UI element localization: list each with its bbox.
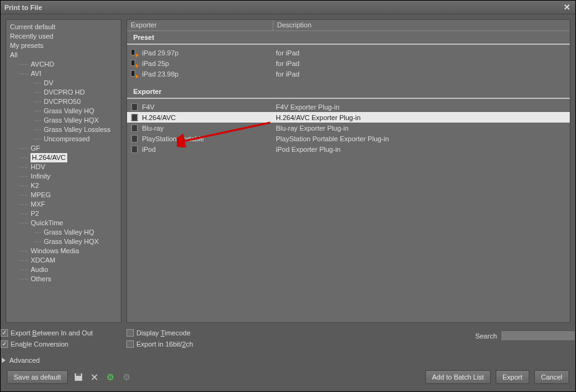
print-to-file-dialog: Print to File ✕ Current default Recently… bbox=[0, 0, 576, 392]
film-icon bbox=[130, 124, 139, 133]
checkbox-icon bbox=[126, 329, 134, 337]
tree-item-qt-gv-hqx[interactable]: ····Grass Valley HQX bbox=[10, 237, 121, 246]
cancel-button[interactable]: Cancel bbox=[534, 370, 569, 384]
tree-item-dvcpro-hd[interactable]: ····DVCPRO HD bbox=[10, 88, 121, 97]
checkbox-icon bbox=[126, 340, 134, 348]
table-row[interactable]: F4VF4V Exporter Plug-in bbox=[127, 101, 570, 112]
tree-item-quicktime[interactable]: ·····QuickTime bbox=[10, 218, 121, 228]
tree-item-gv-lossless[interactable]: ····Grass Valley Lossless bbox=[10, 125, 121, 134]
settings-disabled-icon[interactable]: ⚙ bbox=[121, 371, 133, 383]
enable-conversion-checkbox[interactable]: Enable Conversion bbox=[1, 340, 121, 348]
tree-item-mxf[interactable]: ·····MXF bbox=[10, 200, 121, 209]
preset-icon bbox=[130, 49, 139, 57]
tree-item-dvcpro50[interactable]: ····DVCPRO50 bbox=[10, 97, 121, 106]
chevron-right-icon bbox=[2, 358, 6, 363]
film-icon bbox=[130, 103, 139, 111]
search-label: Search bbox=[475, 332, 497, 340]
chk-label: Display Timecode bbox=[136, 329, 191, 337]
preset-icon bbox=[130, 59, 139, 68]
tree-item-gv-hq[interactable]: ····Grass Valley HQ bbox=[10, 106, 121, 116]
tree-item-uncompressed[interactable]: ····Uncompressed bbox=[10, 134, 121, 144]
tree-item-gf[interactable]: ·····GF bbox=[10, 144, 121, 153]
table-row[interactable]: PlayStation PortablePlayStation Portable… bbox=[127, 133, 570, 144]
col-description[interactable]: Description bbox=[273, 20, 570, 30]
advanced-toggle[interactable]: Advanced bbox=[1, 352, 121, 368]
display-timecode-checkbox[interactable]: Display Timecode bbox=[126, 329, 475, 337]
tree-item-xdcam[interactable]: ·····XDCAM bbox=[10, 256, 121, 265]
add-batch-button[interactable]: Add to Batch List bbox=[425, 370, 491, 384]
export-16bit-checkbox[interactable]: Export in 16bit/2ch bbox=[126, 340, 475, 348]
export-button[interactable]: Export bbox=[496, 370, 529, 384]
preset-icon bbox=[130, 70, 139, 78]
tree-item-avi[interactable]: ·····AVI bbox=[10, 69, 121, 78]
checkbox-icon bbox=[1, 329, 8, 337]
tree-item-gv-hqx[interactable]: ····Grass Valley HQX bbox=[10, 116, 121, 125]
table-row[interactable]: iPad 29.97pfor iPad bbox=[127, 47, 570, 58]
group-header-exporter: Exporter bbox=[127, 85, 570, 99]
close-icon[interactable]: ✕ bbox=[562, 3, 572, 12]
tree-item-mpeg[interactable]: ·····MPEG bbox=[10, 190, 121, 200]
film-icon bbox=[130, 145, 139, 154]
tree-item-dv[interactable]: ····DV bbox=[10, 78, 121, 88]
table-row-selected[interactable]: H.264/AVCH.264/AVC Exporter Plug-in bbox=[127, 112, 570, 123]
titlebar: Print to File ✕ bbox=[1, 1, 575, 14]
group-header-preset: Preset bbox=[127, 31, 570, 45]
tree-item-others[interactable]: ·····Others bbox=[10, 274, 121, 284]
footer: Save as default ✕ ⚙ ⚙ Add to Batch List … bbox=[1, 368, 575, 391]
tree-item-my-presets[interactable]: My presets bbox=[10, 41, 121, 50]
settings-active-icon[interactable]: ⚙ bbox=[105, 371, 116, 383]
tree-item-recently-used[interactable]: Recently used bbox=[10, 32, 121, 41]
tree-item-windows-media[interactable]: ·····Windows Media bbox=[10, 246, 121, 256]
tree-item-k2[interactable]: ·····K2 bbox=[10, 181, 121, 190]
film-icon bbox=[130, 113, 139, 122]
table-row[interactable]: iPad 23.98pfor iPad bbox=[127, 68, 570, 79]
save-icon[interactable] bbox=[73, 371, 84, 383]
save-default-button[interactable]: Save as default bbox=[7, 370, 68, 384]
delete-icon[interactable]: ✕ bbox=[89, 371, 100, 383]
table-row[interactable]: iPodiPod Exporter Plug-in bbox=[127, 144, 570, 154]
search-input[interactable] bbox=[501, 330, 575, 341]
export-between-checkbox[interactable]: Export Between In and Out bbox=[1, 329, 121, 337]
col-exporter[interactable]: Exporter bbox=[127, 20, 273, 30]
tree-item-avchd[interactable]: ·····AVCHD bbox=[10, 60, 121, 69]
table-header: Exporter Description bbox=[127, 20, 570, 31]
tree-item-p2[interactable]: ·····P2 bbox=[10, 209, 121, 218]
preset-tree: Current default Recently used My presets… bbox=[6, 19, 121, 323]
chk-label: Export Between In and Out bbox=[11, 329, 93, 337]
table-row[interactable]: Blu-rayBlu-ray Exporter Plug-in bbox=[127, 123, 570, 133]
window-title: Print to File bbox=[4, 4, 42, 11]
tree-item-current-default[interactable]: Current default bbox=[10, 22, 121, 32]
chk-label: Export in 16bit/2ch bbox=[136, 340, 193, 348]
table-row[interactable]: iPad 25pfor iPad bbox=[127, 58, 570, 68]
checkbox-icon bbox=[1, 340, 8, 348]
tree-item-audio[interactable]: ·····Audio bbox=[10, 265, 121, 274]
tree-item-qt-gv-hq[interactable]: ····Grass Valley HQ bbox=[10, 228, 121, 237]
chk-label: Enable Conversion bbox=[11, 340, 68, 348]
tree-item-h264avc[interactable]: ·····H.264/AVC bbox=[10, 153, 121, 162]
tree-item-hdv[interactable]: ·····HDV bbox=[10, 162, 121, 172]
tree-item-infinity[interactable]: ·····Infinity bbox=[10, 172, 121, 181]
exporter-table: Exporter Description Preset iPad 29.97pf… bbox=[126, 19, 570, 323]
film-icon bbox=[130, 134, 139, 143]
tree-item-all[interactable]: All bbox=[10, 50, 121, 60]
